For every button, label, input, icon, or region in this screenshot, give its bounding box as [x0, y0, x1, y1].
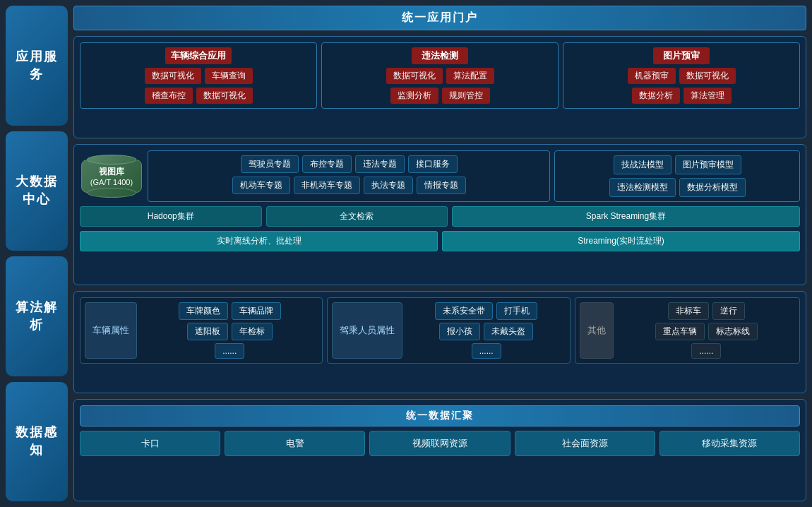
algo-groups: 车辆属性 车牌颜色 车辆品牌 遮阳板 年检标 [80, 297, 800, 364]
models-row1: 技战法模型 图片预审模型 [559, 155, 795, 174]
tag-seatbelt: 未系安全带 [435, 302, 493, 320]
other-tag-row2: 重点车辆 标志标线 [618, 323, 795, 340]
topics-row2: 机动车专题 非机动车专题 执法专题 情报专题 [153, 177, 545, 194]
sidebar-item-app-service: 应用服务 [6, 6, 68, 126]
datasense-items: 卡口 电警 视频联网资源 社会面资源 移动采集资源 [80, 431, 800, 456]
vehicle-attr-tags: 车牌颜色 车辆品牌 遮阳板 年检标 ...... [141, 302, 318, 359]
tag-vehicle-more: ...... [215, 343, 244, 359]
violation-title: 违法检测 [412, 47, 468, 64]
spark-bar: Spark Streaming集群 [452, 206, 800, 227]
tag-sign-line: 标志标线 [708, 323, 758, 340]
tag-annual-check: 年检标 [232, 323, 273, 340]
other-inner: 其他 非标车 逆行 重点车辆 标志标线 [580, 302, 795, 359]
tag-other-more: ...... [691, 343, 721, 359]
tag-child: 报小孩 [439, 323, 480, 340]
app-service-groups: 车辆综合应用 数据可视化 车辆查询 稽查布控 数据可视化 违法检测 数据可视化 [80, 42, 800, 109]
tag-nonstandard: 非标车 [668, 302, 709, 320]
driver-tag-row3: ...... [407, 343, 565, 359]
other-group: 其他 非标车 逆行 重点车辆 标志标线 [575, 297, 800, 364]
tag-data-viz-1: 数据可视化 [145, 68, 201, 84]
unified-portal-banner: 统一应用门户 [73, 6, 806, 30]
datasense-card-mobile: 移动采集资源 [659, 431, 800, 456]
model-preview: 图片预审模型 [675, 155, 741, 174]
models-row2: 违法检测模型 数据分析模型 [559, 178, 795, 197]
model-violation: 违法检测模型 [609, 178, 676, 197]
hadoop-bar: Hadoop集群 [80, 206, 262, 227]
tag-data-viz-4: 数据可视化 [679, 68, 736, 84]
driver-attr-tags: 未系安全带 打手机 报小孩 未戴头盔 ...... [407, 302, 565, 359]
topic-law: 执法专题 [364, 177, 413, 194]
tag-rule-control: 规则管控 [442, 88, 490, 104]
tag-key-vehicle: 重点车辆 [655, 323, 705, 340]
content-area: 统一应用门户 车辆综合应用 数据可视化 车辆查询 稽查布控 数据可视化 [73, 6, 806, 501]
driver-tag-row2: 报小孩 未戴头盔 [407, 323, 565, 340]
tag-algo-manage: 算法管理 [683, 88, 732, 104]
model-analysis: 数据分析模型 [679, 178, 746, 197]
tag-phone: 打手机 [496, 302, 537, 320]
app-service-panel: 车辆综合应用 数据可视化 车辆查询 稽查布控 数据可视化 违法检测 数据可视化 [73, 36, 806, 138]
topic-driver: 驾驶员专题 [241, 155, 299, 173]
topic-control: 布控专题 [302, 155, 352, 173]
cylinder-bottom [87, 188, 136, 198]
tag-vehicle-query: 车辆查询 [205, 68, 253, 84]
sidebar: 应用服务 大数据中心 算法解析 数据感知 [6, 6, 68, 501]
model-tactic: 技战法模型 [614, 155, 671, 174]
vehicle-tag-row2: 遮阳板 年检标 [141, 323, 318, 340]
tag-data-viz-2: 数据可视化 [196, 88, 253, 104]
tag-reverse: 逆行 [712, 302, 745, 320]
tag-data-viz-3: 数据可视化 [386, 68, 443, 84]
cylinder-top [87, 155, 136, 165]
topic-motor: 机动车专题 [232, 177, 290, 194]
vehicle-app-row2: 稽查布控 数据可视化 [85, 88, 312, 104]
fulltext-bar: 全文检索 [266, 206, 448, 227]
streaming-bar: Streaming(实时流处理) [442, 231, 800, 251]
topic-interface: 接口服务 [408, 155, 458, 173]
tag-vehicle-brand: 车辆品牌 [232, 302, 281, 320]
tag-data-analysis: 数据分析 [632, 88, 680, 104]
sidebar-item-bigdata: 大数据中心 [6, 131, 68, 251]
vehicle-app-row1: 数据可视化 车辆查询 [85, 68, 312, 84]
tag-machine-review: 机器预审 [628, 68, 676, 84]
infra-row1: Hadoop集群 全文检索 Spark Streaming集群 [80, 206, 800, 227]
db-label: 视图库 [90, 166, 133, 178]
bigdata-top-row: 视图库 (GA/T 1400) 驾驶员专题 布控专题 违法专题 接口服务 机动车… [80, 150, 800, 202]
driver-attr-inner: 驾乘人员属性 未系安全带 打手机 报小孩 未戴头盔 [332, 302, 565, 359]
driver-attr-label: 驾乘人员属性 [332, 302, 402, 359]
topics-row1: 驾驶员专题 布控专题 违法专题 接口服务 [153, 155, 545, 173]
bigdata-panel: 视图库 (GA/T 1400) 驾驶员专题 布控专题 违法专题 接口服务 机动车… [73, 144, 806, 285]
realtime-batch-bar: 实时离线分析、批处理 [80, 231, 438, 251]
infra-row2: 实时离线分析、批处理 Streaming(实时流处理) [80, 231, 800, 251]
tag-plate-color: 车牌颜色 [179, 302, 228, 320]
vehicle-app-group: 车辆综合应用 数据可视化 车辆查询 稽查布控 数据可视化 [80, 42, 317, 109]
topic-violation: 违法专题 [355, 155, 405, 173]
db-cylinder: 视图库 (GA/T 1400) [80, 150, 143, 202]
vehicle-attr-label: 车辆属性 [85, 302, 137, 359]
sidebar-item-datasense: 数据感知 [6, 382, 68, 502]
models-panel: 技战法模型 图片预审模型 违法检测模型 数据分析模型 [554, 150, 800, 202]
tag-inspection: 稽查布控 [145, 88, 193, 104]
topics-panel: 驾驶员专题 布控专题 违法专题 接口服务 机动车专题 非机动车专题 执法专题 情… [148, 150, 550, 202]
sidebar-item-algo: 算法解析 [6, 256, 68, 376]
tag-driver-more: ...... [472, 343, 501, 359]
tag-monitor-analysis: 监测分析 [390, 88, 438, 104]
topic-intel: 情报专题 [417, 177, 466, 194]
vehicle-tag-row3: ...... [141, 343, 318, 359]
violation-row2: 监测分析 规则管控 [326, 88, 554, 104]
other-tag-row1: 非标车 逆行 [618, 302, 795, 320]
tag-algo-config: 算法配置 [446, 68, 494, 84]
vehicle-app-title: 车辆综合应用 [165, 47, 232, 64]
unified-collect-banner: 统一数据汇聚 [80, 405, 800, 427]
main-container: 应用服务 大数据中心 算法解析 数据感知 统一应用门户 车辆综合应用 数据可视化 [0, 0, 812, 507]
datasense-card-video: 视频联网资源 [369, 431, 510, 456]
db-sub: (GA/T 1400) [90, 178, 133, 186]
driver-attr-group: 驾乘人员属性 未系安全带 打手机 报小孩 未戴头盔 [327, 297, 570, 364]
driver-tag-row1: 未系安全带 打手机 [407, 302, 565, 320]
datasense-card-social: 社会面资源 [515, 431, 655, 456]
datasense-card-electric: 电警 [225, 431, 365, 456]
image-row2: 数据分析 算法管理 [568, 88, 795, 104]
vehicle-attr-inner: 车辆属性 车牌颜色 车辆品牌 遮阳板 年检标 [85, 302, 318, 359]
image-row1: 机器预审 数据可视化 [568, 68, 795, 84]
violation-row1: 数据可视化 算法配置 [326, 68, 554, 84]
tag-sunshade: 遮阳板 [187, 323, 228, 340]
other-tags: 非标车 逆行 重点车辆 标志标线 ...... [618, 302, 795, 359]
